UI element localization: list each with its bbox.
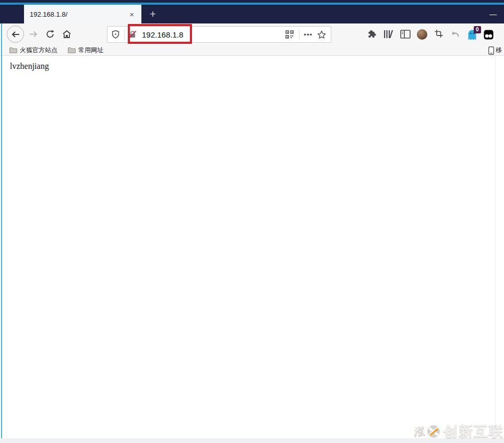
tab-title: 192.168.1.8/: [30, 10, 127, 18]
window-left-edge: [1, 23, 2, 438]
watermark-glyph: 泓: [414, 424, 426, 439]
folder-icon: [9, 47, 17, 53]
library-icon[interactable]: [383, 30, 394, 39]
back-button[interactable]: [7, 26, 24, 43]
forward-button[interactable]: [29, 30, 39, 39]
qr-code-icon[interactable]: [285, 30, 294, 39]
page-body-text: lvzhenjiang: [10, 62, 49, 71]
new-tab-button[interactable]: +: [146, 7, 160, 21]
tab-close-icon[interactable]: ×: [127, 9, 136, 19]
folder-icon: [68, 47, 76, 53]
extension-badge: 0: [474, 26, 481, 33]
extension-tampermonkey-icon[interactable]: [484, 30, 494, 40]
bookmark-folder-common-sites[interactable]: 常用网址: [68, 46, 103, 55]
reload-button[interactable]: [45, 30, 55, 39]
scrollbar-track[interactable]: [495, 56, 496, 438]
url-text[interactable]: 192.168.1.8: [142, 30, 183, 39]
mobile-bookmarks-label: 移: [496, 46, 502, 55]
back-arrow-icon: [11, 31, 20, 38]
sidebar-toggle-icon[interactable]: [400, 30, 411, 39]
tab-bar: 192.168.1.8/ × + —: [0, 5, 504, 23]
bookmark-folder-firefox-official[interactable]: 火狐官方站点: [9, 46, 57, 55]
page-actions-button[interactable]: •••: [304, 31, 313, 39]
bookmarks-toolbar: 火狐官方站点 常用网址 移: [0, 45, 504, 56]
minimize-button[interactable]: —: [486, 8, 500, 21]
bookmark-star-icon[interactable]: [317, 30, 326, 39]
screenshot-crop-icon[interactable]: [434, 29, 444, 38]
home-button[interactable]: [62, 30, 72, 39]
urlbar-divider2: [299, 29, 299, 40]
watermark-brand-text: 创新互联: [443, 422, 504, 441]
browser-window: 192.168.1.8/ × + —: [0, 0, 504, 443]
watermark-logo-icon: [427, 422, 440, 441]
bookmark-label: 常用网址: [78, 46, 103, 55]
account-avatar[interactable]: [417, 29, 427, 40]
bookmark-label: 火狐官方站点: [20, 46, 57, 55]
page-content: lvzhenjiang: [0, 56, 504, 438]
extensions-puzzle-icon[interactable]: [367, 29, 377, 38]
urlbar-divider: [124, 29, 125, 40]
tracking-protection-shield-icon[interactable]: [112, 30, 119, 39]
address-bar[interactable]: 192.168.1.8 •••: [107, 26, 331, 43]
mobile-phone-icon: [488, 46, 494, 55]
navigation-toolbar: 192.168.1.8 •••: [0, 23, 504, 45]
undo-arrow-icon[interactable]: [450, 30, 460, 39]
watermark: 泓 创新互联: [414, 421, 504, 442]
extension-ghost-icon[interactable]: 0: [467, 29, 479, 41]
tab-active[interactable]: 192.168.1.8/ ×: [24, 5, 141, 23]
mobile-bookmarks-item[interactable]: 移: [488, 46, 502, 55]
insecure-lock-icon[interactable]: [128, 30, 137, 39]
